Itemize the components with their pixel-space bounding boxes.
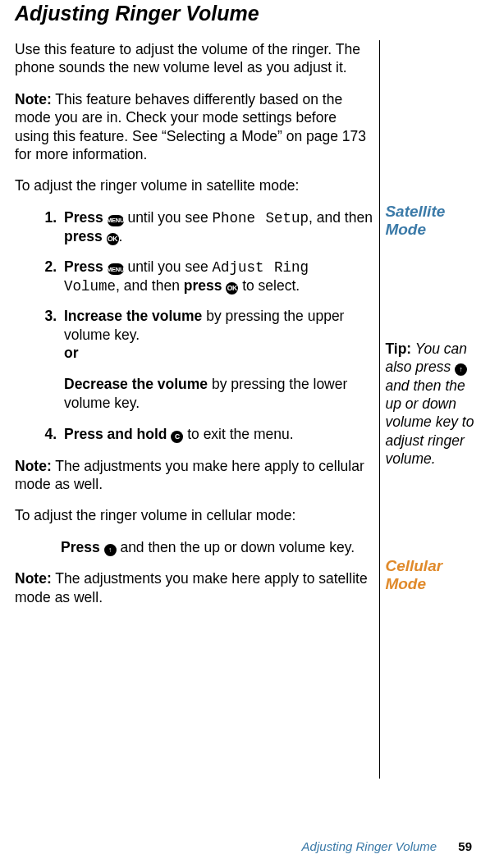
tip-block: Tip: You can also press ↑ and then the u…	[385, 340, 475, 468]
side-column: Satellite Mode Tip: You can also press ↑…	[379, 40, 475, 779]
note-label: Note:	[15, 91, 52, 107]
menu-icon: MENU	[108, 215, 124, 226]
satellite-intro: To adjust the ringer volume in satellite…	[15, 176, 373, 194]
tip-text: and then the up or down volume key to ad…	[385, 377, 474, 468]
page-title: Adjusting Ringer Volume	[15, 2, 475, 25]
satellite-mode-label: Satellite Mode	[385, 203, 475, 240]
footer-section: Adjusting Ringer Volume	[302, 839, 437, 853]
lcd-text: Phone Setup	[213, 210, 309, 226]
step-text: press	[64, 228, 107, 244]
cellular-intro: To adjust the ringer volume in cellular …	[15, 506, 373, 524]
cellular-mode-label: Cellular Mode	[385, 557, 475, 594]
note-label: Note:	[15, 458, 52, 474]
note-1: Note: This feature behaves differently b…	[15, 90, 373, 164]
step-text: press	[184, 277, 227, 294]
page-footer: Adjusting Ringer Volume 59	[302, 839, 472, 853]
or-text: or	[64, 345, 79, 361]
step-text: .	[119, 228, 123, 244]
cellular-step: Press ↑ and then the up or down volume k…	[15, 538, 373, 556]
steps-list: Press MENU until you see Phone Setup, an…	[15, 208, 373, 444]
step-text: Press	[61, 539, 104, 555]
step-text: until you see	[124, 209, 213, 226]
up-arrow-icon: ↑	[455, 363, 467, 376]
intro-paragraph: Use this feature to adjust the volume of…	[15, 40, 373, 77]
ok-icon: OK	[226, 282, 238, 295]
step-text: Press and hold	[64, 426, 171, 442]
up-arrow-icon: ↑	[104, 544, 117, 556]
step-text: to select.	[238, 277, 300, 294]
step-text: until you see	[124, 258, 213, 275]
step-text: , and then	[116, 277, 184, 294]
note-text: This feature behaves differently based o…	[15, 91, 366, 162]
step-text: , and then	[309, 209, 373, 226]
note-3: Note: The adjustments you make here appl…	[15, 569, 373, 606]
ok-icon: OK	[107, 233, 119, 245]
note-text: The adjustments you make here apply to c…	[15, 458, 364, 492]
note-label: Note:	[15, 570, 52, 587]
tip-label: Tip:	[385, 340, 411, 357]
menu-icon: MENU	[108, 263, 124, 275]
step-text: Increase the volume	[64, 308, 202, 324]
clear-icon: C	[171, 431, 183, 443]
note-text: The adjustments you make here apply to s…	[15, 570, 368, 605]
step-2: Press MENU until you see Adjust Ring Vol…	[61, 258, 373, 296]
step-text: Press	[64, 209, 108, 226]
step-text: to exit the menu.	[183, 426, 293, 442]
step-text: Press	[64, 258, 108, 275]
step-4: Press and hold C to exit the menu.	[61, 425, 373, 443]
step-text: and then the up or down volume key.	[117, 539, 355, 555]
footer-page-number: 59	[458, 839, 472, 853]
note-2: Note: The adjustments you make here appl…	[15, 457, 373, 494]
step-text: Decrease the volume	[64, 376, 208, 392]
step-3: Increase the volume by pressing the uppe…	[61, 307, 373, 412]
main-column: Use this feature to adjust the volume of…	[15, 40, 373, 779]
step-1: Press MENU until you see Phone Setup, an…	[61, 208, 373, 246]
